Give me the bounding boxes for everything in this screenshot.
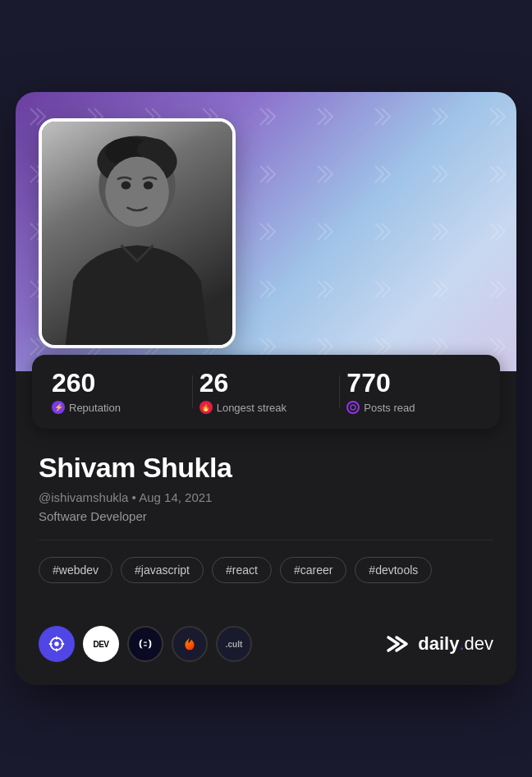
brand-logo: daily.dev bbox=[382, 629, 493, 659]
hero-banner bbox=[16, 92, 516, 371]
reputation-label: ⚡ Reputation bbox=[52, 401, 186, 414]
tag-career[interactable]: #career bbox=[280, 557, 346, 583]
stat-divider-1 bbox=[192, 375, 193, 408]
stat-streak: 26 🔥 Longest streak bbox=[200, 370, 333, 414]
streak-icon: 🔥 bbox=[200, 401, 213, 414]
tag-react[interactable]: #react bbox=[212, 557, 272, 583]
social-icon-crosshair[interactable] bbox=[39, 626, 75, 662]
profile-meta: @ishivamshukla • Aug 14, 2021 bbox=[39, 490, 493, 504]
section-divider bbox=[39, 540, 493, 540]
streak-label: 🔥 Longest streak bbox=[200, 401, 333, 414]
social-icon-dev[interactable]: DEV bbox=[83, 626, 119, 662]
brand-name: daily.dev bbox=[418, 633, 493, 655]
tag-devtools[interactable]: #devtools bbox=[355, 557, 432, 583]
profile-card: 260 ⚡ Reputation 26 🔥 Longest streak 770… bbox=[16, 92, 516, 685]
join-date: Aug 14, 2021 bbox=[139, 490, 212, 504]
profile-title: Software Developer bbox=[39, 509, 493, 523]
social-icons: DEV bbox=[39, 626, 252, 662]
meta-separator: • bbox=[132, 490, 140, 504]
posts-value: 770 bbox=[346, 370, 480, 396]
tags-container: #webdev #javascript #react #career #devt… bbox=[39, 557, 493, 583]
reputation-icon: ⚡ bbox=[52, 401, 65, 414]
svg-point-9 bbox=[144, 182, 154, 190]
streak-value: 26 bbox=[200, 370, 333, 396]
posts-label: Posts read bbox=[346, 401, 480, 414]
stat-posts: 770 Posts read bbox=[346, 370, 480, 414]
stats-bar: 260 ⚡ Reputation 26 🔥 Longest streak 770… bbox=[32, 355, 500, 429]
svg-point-7 bbox=[105, 157, 169, 227]
stat-reputation: 260 ⚡ Reputation bbox=[52, 370, 186, 414]
svg-point-16 bbox=[55, 642, 58, 646]
svg-point-10 bbox=[351, 405, 355, 410]
profile-section: Shivam Shukla @ishivamshukla • Aug 14, 2… bbox=[16, 429, 516, 626]
card-footer: DEV bbox=[16, 626, 516, 685]
social-icon-cult[interactable]: .cult bbox=[216, 626, 252, 662]
avatar bbox=[39, 118, 236, 348]
daily-dev-logo-icon bbox=[382, 629, 411, 659]
social-icon-fcc[interactable] bbox=[127, 626, 163, 662]
reputation-value: 260 bbox=[52, 370, 186, 396]
posts-icon bbox=[346, 401, 360, 414]
svg-point-8 bbox=[122, 182, 131, 190]
tag-javascript[interactable]: #javascript bbox=[121, 557, 204, 583]
stat-divider-2 bbox=[339, 375, 340, 408]
avatar-image bbox=[42, 122, 232, 345]
social-icon-hashnode[interactable] bbox=[172, 626, 208, 662]
profile-name: Shivam Shukla bbox=[39, 452, 493, 484]
username: @ishivamshukla bbox=[39, 490, 128, 504]
tag-webdev[interactable]: #webdev bbox=[39, 557, 112, 583]
